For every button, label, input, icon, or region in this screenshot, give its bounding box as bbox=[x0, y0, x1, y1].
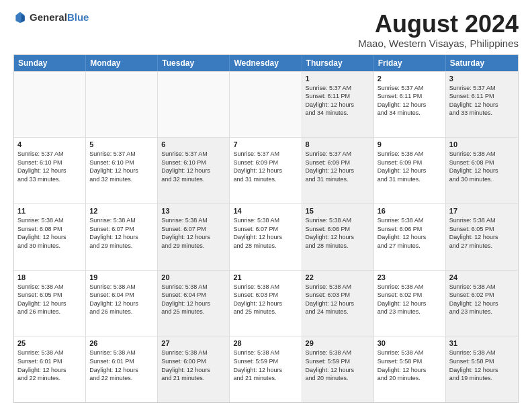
day-cell-6: 6Sunrise: 5:37 AM Sunset: 6:10 PM Daylig… bbox=[158, 138, 230, 203]
day-content: Sunrise: 5:38 AM Sunset: 6:03 PM Dayligh… bbox=[233, 283, 298, 316]
day-header-sunday: Sunday bbox=[14, 55, 86, 71]
calendar-body: 1Sunrise: 5:37 AM Sunset: 6:11 PM Daylig… bbox=[14, 71, 518, 402]
day-cell-27: 27Sunrise: 5:38 AM Sunset: 6:00 PM Dayli… bbox=[158, 336, 230, 402]
week-row-3: 11Sunrise: 5:38 AM Sunset: 6:08 PM Dayli… bbox=[14, 203, 518, 270]
day-cell-28: 28Sunrise: 5:38 AM Sunset: 5:59 PM Dayli… bbox=[230, 336, 302, 402]
day-cell-11: 11Sunrise: 5:38 AM Sunset: 6:08 PM Dayli… bbox=[14, 204, 86, 270]
day-number: 28 bbox=[233, 339, 298, 347]
day-cell-30: 30Sunrise: 5:38 AM Sunset: 5:58 PM Dayli… bbox=[374, 336, 446, 402]
subtitle: Maao, Western Visayas, Philippines bbox=[358, 38, 519, 49]
day-number: 1 bbox=[306, 75, 370, 83]
day-content: Sunrise: 5:37 AM Sunset: 6:11 PM Dayligh… bbox=[449, 84, 515, 118]
day-content: Sunrise: 5:37 AM Sunset: 6:11 PM Dayligh… bbox=[306, 84, 370, 118]
day-number: 16 bbox=[378, 207, 442, 215]
day-content: Sunrise: 5:38 AM Sunset: 6:07 PM Dayligh… bbox=[233, 216, 298, 250]
day-cell-15: 15Sunrise: 5:38 AM Sunset: 6:06 PM Dayli… bbox=[302, 204, 374, 270]
day-number: 7 bbox=[233, 140, 298, 148]
day-number: 10 bbox=[449, 140, 515, 148]
day-header-monday: Monday bbox=[86, 55, 158, 71]
day-number: 26 bbox=[89, 339, 154, 347]
day-content: Sunrise: 5:37 AM Sunset: 6:10 PM Dayligh… bbox=[89, 150, 154, 183]
day-number: 4 bbox=[17, 140, 82, 148]
day-content: Sunrise: 5:38 AM Sunset: 5:58 PM Dayligh… bbox=[449, 349, 515, 382]
day-cell-9: 9Sunrise: 5:38 AM Sunset: 6:09 PM Daylig… bbox=[374, 138, 446, 203]
day-cell-17: 17Sunrise: 5:38 AM Sunset: 6:05 PM Dayli… bbox=[446, 204, 518, 270]
empty-cell bbox=[158, 72, 230, 138]
day-content: Sunrise: 5:38 AM Sunset: 6:05 PM Dayligh… bbox=[17, 283, 82, 316]
main-title: August 2024 bbox=[358, 11, 519, 38]
day-cell-1: 1Sunrise: 5:37 AM Sunset: 6:11 PM Daylig… bbox=[302, 72, 374, 138]
logo-general: General bbox=[30, 11, 67, 23]
day-content: Sunrise: 5:37 AM Sunset: 6:09 PM Dayligh… bbox=[233, 150, 298, 183]
header: GeneralBlue August 2024 Maao, Western Vi… bbox=[13, 11, 519, 49]
empty-cell bbox=[86, 72, 158, 138]
day-cell-10: 10Sunrise: 5:38 AM Sunset: 6:08 PM Dayli… bbox=[446, 138, 518, 203]
day-number: 23 bbox=[378, 273, 442, 281]
day-number: 21 bbox=[233, 273, 298, 281]
day-number: 11 bbox=[17, 207, 82, 215]
day-content: Sunrise: 5:38 AM Sunset: 6:01 PM Dayligh… bbox=[17, 349, 82, 382]
empty-cell bbox=[14, 72, 86, 138]
day-number: 3 bbox=[449, 75, 515, 83]
day-content: Sunrise: 5:38 AM Sunset: 6:09 PM Dayligh… bbox=[378, 150, 442, 183]
day-number: 14 bbox=[233, 207, 298, 215]
day-cell-31: 31Sunrise: 5:38 AM Sunset: 5:58 PM Dayli… bbox=[446, 336, 518, 402]
day-cell-23: 23Sunrise: 5:38 AM Sunset: 6:02 PM Dayli… bbox=[374, 271, 446, 336]
day-number: 5 bbox=[89, 140, 154, 148]
day-content: Sunrise: 5:38 AM Sunset: 6:00 PM Dayligh… bbox=[161, 349, 226, 382]
day-content: Sunrise: 5:38 AM Sunset: 6:02 PM Dayligh… bbox=[449, 283, 515, 316]
day-content: Sunrise: 5:38 AM Sunset: 5:58 PM Dayligh… bbox=[378, 349, 442, 382]
day-content: Sunrise: 5:38 AM Sunset: 6:04 PM Dayligh… bbox=[161, 283, 226, 316]
day-number: 13 bbox=[161, 207, 226, 215]
day-cell-7: 7Sunrise: 5:37 AM Sunset: 6:09 PM Daylig… bbox=[230, 138, 302, 203]
day-number: 30 bbox=[378, 339, 442, 347]
day-number: 2 bbox=[378, 75, 442, 83]
day-cell-8: 8Sunrise: 5:37 AM Sunset: 6:09 PM Daylig… bbox=[302, 138, 374, 203]
day-number: 22 bbox=[306, 273, 370, 281]
day-header-wednesday: Wednesday bbox=[230, 55, 302, 71]
day-content: Sunrise: 5:37 AM Sunset: 6:11 PM Dayligh… bbox=[378, 84, 442, 118]
day-cell-12: 12Sunrise: 5:38 AM Sunset: 6:07 PM Dayli… bbox=[86, 204, 158, 270]
day-content: Sunrise: 5:38 AM Sunset: 6:07 PM Dayligh… bbox=[161, 216, 226, 250]
day-number: 20 bbox=[161, 273, 226, 281]
calendar: SundayMondayTuesdayWednesdayThursdayFrid… bbox=[13, 54, 519, 403]
week-row-4: 18Sunrise: 5:38 AM Sunset: 6:05 PM Dayli… bbox=[14, 270, 518, 336]
day-content: Sunrise: 5:38 AM Sunset: 6:06 PM Dayligh… bbox=[306, 216, 370, 250]
logo-icon bbox=[13, 11, 27, 24]
day-number: 25 bbox=[17, 339, 82, 347]
day-number: 12 bbox=[89, 207, 154, 215]
day-content: Sunrise: 5:37 AM Sunset: 6:09 PM Dayligh… bbox=[306, 150, 370, 183]
day-number: 19 bbox=[89, 273, 154, 281]
logo: GeneralBlue bbox=[13, 11, 89, 24]
day-content: Sunrise: 5:38 AM Sunset: 5:59 PM Dayligh… bbox=[233, 349, 298, 382]
day-content: Sunrise: 5:38 AM Sunset: 6:04 PM Dayligh… bbox=[89, 283, 154, 316]
week-row-2: 4Sunrise: 5:37 AM Sunset: 6:10 PM Daylig… bbox=[14, 137, 518, 203]
day-number: 8 bbox=[306, 140, 370, 148]
week-row-5: 25Sunrise: 5:38 AM Sunset: 6:01 PM Dayli… bbox=[14, 336, 518, 402]
day-content: Sunrise: 5:38 AM Sunset: 6:05 PM Dayligh… bbox=[449, 216, 515, 250]
week-row-1: 1Sunrise: 5:37 AM Sunset: 6:11 PM Daylig… bbox=[14, 71, 518, 138]
page: GeneralBlue August 2024 Maao, Western Vi… bbox=[0, 0, 532, 411]
day-content: Sunrise: 5:38 AM Sunset: 6:08 PM Dayligh… bbox=[17, 216, 82, 250]
day-cell-21: 21Sunrise: 5:38 AM Sunset: 6:03 PM Dayli… bbox=[230, 271, 302, 336]
day-content: Sunrise: 5:38 AM Sunset: 6:07 PM Dayligh… bbox=[89, 216, 154, 250]
day-cell-22: 22Sunrise: 5:38 AM Sunset: 6:03 PM Dayli… bbox=[302, 271, 374, 336]
day-header-saturday: Saturday bbox=[446, 55, 518, 71]
day-number: 18 bbox=[17, 273, 82, 281]
calendar-header: SundayMondayTuesdayWednesdayThursdayFrid… bbox=[14, 55, 518, 71]
day-header-tuesday: Tuesday bbox=[158, 55, 230, 71]
day-cell-5: 5Sunrise: 5:37 AM Sunset: 6:10 PM Daylig… bbox=[86, 138, 158, 203]
day-number: 9 bbox=[378, 140, 442, 148]
day-content: Sunrise: 5:38 AM Sunset: 5:59 PM Dayligh… bbox=[306, 349, 370, 382]
day-cell-20: 20Sunrise: 5:38 AM Sunset: 6:04 PM Dayli… bbox=[158, 271, 230, 336]
day-cell-14: 14Sunrise: 5:38 AM Sunset: 6:07 PM Dayli… bbox=[230, 204, 302, 270]
day-content: Sunrise: 5:38 AM Sunset: 6:06 PM Dayligh… bbox=[378, 216, 442, 250]
day-header-friday: Friday bbox=[374, 55, 446, 71]
day-cell-26: 26Sunrise: 5:38 AM Sunset: 6:01 PM Dayli… bbox=[86, 336, 158, 402]
day-content: Sunrise: 5:37 AM Sunset: 6:10 PM Dayligh… bbox=[17, 150, 82, 183]
title-area: August 2024 Maao, Western Visayas, Phili… bbox=[358, 11, 519, 49]
day-number: 29 bbox=[306, 339, 370, 347]
empty-cell bbox=[230, 72, 302, 138]
day-content: Sunrise: 5:38 AM Sunset: 6:01 PM Dayligh… bbox=[89, 349, 154, 382]
day-content: Sunrise: 5:38 AM Sunset: 6:02 PM Dayligh… bbox=[378, 283, 442, 316]
